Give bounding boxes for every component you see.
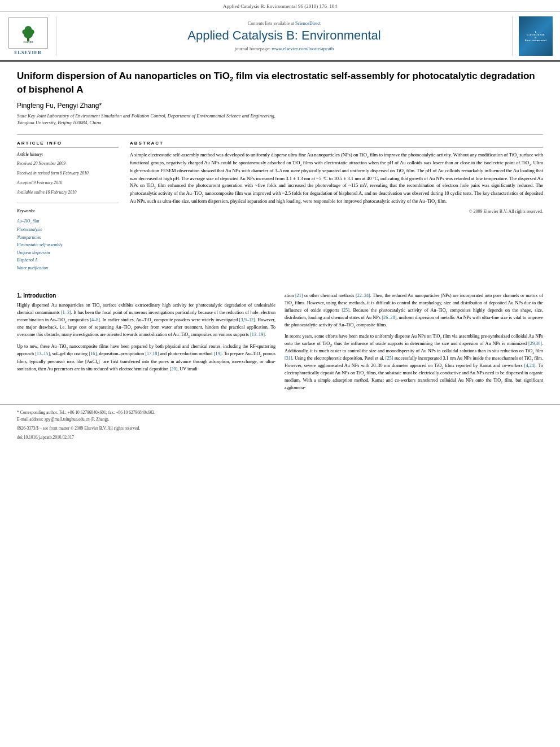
intro-para-1: Highly dispersed Au nanoparticles on TiO… (17, 302, 275, 338)
ref-29-30[interactable]: [29,30] (528, 341, 542, 346)
article-info-heading: ARTICLE INFO (17, 141, 119, 148)
received-date: Received 20 November 2009 (17, 160, 119, 168)
ref-26-28[interactable]: [26–28] (382, 315, 396, 320)
body-left-col: 1. Introduction Highly dispersed Au nano… (17, 292, 275, 396)
svg-text:ELSEVIER: ELSEVIER (23, 41, 33, 43)
right-para-2: In recent years, some efforts have been … (285, 333, 543, 391)
section-title-text: Introduction (23, 292, 56, 299)
keyword-6[interactable]: Bisphenol A (17, 256, 119, 264)
keyword-3[interactable]: Nanoparticles (17, 234, 119, 242)
authors-line: Pingfeng Fu, Pengyi Zhang* (17, 102, 543, 110)
journal-header: ELSEVIER ELSEVIER Contents lists availab… (0, 12, 560, 62)
right-para-1: ation [21] or other chemical methods [22… (285, 292, 543, 329)
ref-25[interactable]: [25] (342, 308, 349, 313)
keyword-2[interactable]: Photocatalysis (17, 226, 119, 234)
footnote-star: * Corresponding author. Tel.: +86 10 627… (17, 409, 543, 416)
history-label: Article history: (17, 151, 119, 159)
keywords-list: Au–TiO2 film Photocatalysis Nanoparticle… (17, 217, 119, 272)
keyword-7[interactable]: Water purification (17, 264, 119, 272)
ref-4-24[interactable]: [4,24] (524, 363, 536, 368)
keyword-1[interactable]: Au–TiO2 film (17, 217, 119, 226)
intro-para-2: Up to now, these Au–TiO2 nanocomposite f… (17, 343, 275, 373)
divider-1 (17, 134, 543, 135)
contents-line: Contents lists available at ScienceDirec… (248, 21, 321, 26)
journal-right-badge: ICATALYSISBEnvironmental (512, 16, 554, 56)
ref-16[interactable]: [16] (89, 351, 97, 356)
footnote-email: E-mail address: zpy@mail.tsinghua.edu.cn… (17, 416, 543, 423)
affiliation-line2: Tsinghua University, Beijing 100084, Chi… (17, 120, 101, 125)
page: Applied Catalysis B: Environmental 96 (2… (0, 0, 560, 747)
homepage-label: journal homepage: (235, 46, 271, 51)
body-section: 1. Introduction Highly dispersed Au nano… (0, 287, 560, 401)
keywords-label: Keywords: (17, 208, 119, 215)
keyword-4[interactable]: Electrostatic self-assembly (17, 241, 119, 249)
journal-name: Applied Catalysis B: Environmental (187, 28, 380, 43)
keyword-5[interactable]: Uniform dispersion (17, 249, 119, 257)
journal-citation-bar: Applied Catalysis B: Environmental 96 (2… (0, 0, 560, 12)
elsevier-label: ELSEVIER (14, 50, 41, 55)
journal-title-block: Contents lists available at ScienceDirec… (56, 16, 512, 56)
ref-4-8[interactable]: [4–8] (90, 317, 100, 322)
svg-point-4 (25, 26, 32, 32)
info-abstract-cols: ARTICLE INFO Article history: Received 2… (17, 141, 543, 279)
elsevier-tree-logo: ELSEVIER (8, 18, 48, 49)
journal-homepage: journal homepage: www.elsevier.com/locat… (235, 46, 334, 51)
abstract-text: A simple electrostatic self-assembly met… (130, 151, 543, 206)
ref-1-3[interactable]: [1–3] (61, 310, 71, 315)
keywords-section: Keywords: Au–TiO2 film Photocatalysis Na… (17, 208, 119, 272)
authors-text: Pingfeng Fu, Pengyi Zhang* (17, 102, 102, 110)
badge-text: ICATALYSISBEnvironmental (524, 29, 548, 43)
article-title: Uniform dispersion of Au nanoparticles o… (17, 70, 543, 96)
abstract-heading: ABSTRACT (130, 141, 543, 148)
accepted-date: Accepted 9 February 2010 (17, 180, 119, 187)
body-right-col: ation [21] or other chemical methods [22… (285, 292, 543, 396)
article-content: Uniform dispersion of Au nanoparticles o… (0, 62, 560, 287)
catalysis-badge: ICATALYSISBEnvironmental (519, 16, 553, 56)
contents-text: Contents lists available at (248, 21, 294, 26)
affiliation-line1: State Key Joint Laboratory of Environmen… (17, 113, 275, 119)
ref-3-9-12[interactable]: [3,9–12] (239, 317, 255, 322)
available-date: Available online 16 February 2010 (17, 189, 119, 196)
revised-date: Received in revised form 6 February 2010 (17, 170, 119, 177)
article-history-section: Article history: Received 20 November 20… (17, 151, 119, 196)
ref-17-18[interactable]: [17,18] (145, 351, 159, 356)
section-number: 1. (17, 292, 21, 299)
elsevier-logo-block: ELSEVIER ELSEVIER (6, 16, 56, 56)
ref-21[interactable]: [21] (295, 293, 303, 298)
abstract-col: ABSTRACT A simple electrostatic self-ass… (130, 141, 543, 279)
ref-13-19[interactable]: [13–19] (250, 332, 265, 337)
ref-22-24[interactable]: [22–24] (356, 293, 370, 298)
footer-issn: 0926-3373/$ – see front matter © 2009 El… (17, 425, 543, 432)
article-footer: * Corresponding author. Tel.: +86 10 627… (0, 404, 560, 445)
ref-25b[interactable]: [25] (386, 356, 393, 361)
ref-20[interactable]: [20] (170, 366, 178, 372)
homepage-url[interactable]: www.elsevier.com/locate/apcatb (272, 46, 334, 51)
ref-31[interactable]: [31] (285, 356, 292, 361)
tree-svg: ELSEVIER (17, 21, 40, 44)
ref-13-15[interactable]: [13–15] (35, 351, 50, 356)
sciencedirect-link[interactable]: ScienceDirect (295, 21, 321, 26)
ref-19[interactable]: [19] (214, 351, 222, 356)
divider-keywords (17, 203, 119, 203)
footer-doi: doi:10.1016/j.apcatb.2010.02.017 (17, 434, 543, 441)
intro-section-title: 1. Introduction (17, 292, 275, 299)
affiliation: State Key Joint Laboratory of Environmen… (17, 113, 543, 126)
copyright-line: © 2009 Elsevier B.V. All rights reserved… (130, 209, 543, 214)
article-info-col: ARTICLE INFO Article history: Received 2… (17, 141, 119, 279)
journal-citation: Applied Catalysis B: Environmental 96 (2… (223, 3, 337, 9)
